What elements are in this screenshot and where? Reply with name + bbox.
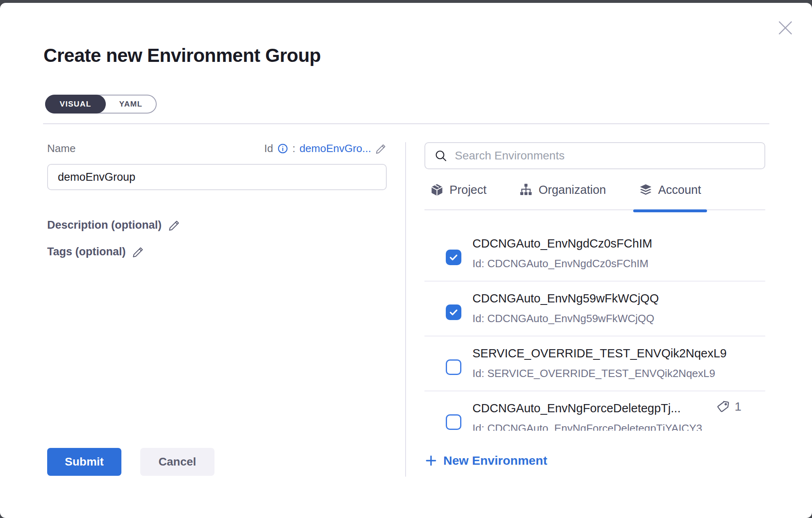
tab-account[interactable]: Account (633, 181, 707, 199)
env-id: Id: CDCNGAuto_EnvNg59wFkWCjQQ (472, 312, 765, 325)
cube-icon (430, 183, 444, 197)
description-label: Description (optional) (47, 219, 162, 232)
dialog-content: Name Id : demoEnvGro... (0, 124, 812, 518)
name-id-row: Name Id : demoEnvGro... (47, 142, 387, 155)
env-text: CDCNGAuto_EnvNgdCz0sFChIM Id: CDCNGAuto_… (424, 227, 765, 270)
env-text: SERVICE_OVERRIDE_TEST_ENVQik2NqexL9 Id: … (424, 336, 765, 380)
edit-tags-icon[interactable] (132, 246, 144, 258)
submit-button[interactable]: Submit (47, 448, 121, 476)
toggle-yaml[interactable]: YAML (106, 95, 156, 113)
checkmark-icon (449, 252, 458, 262)
env-name: CDCNGAuto_EnvNg59wFkWCjQQ (472, 292, 765, 305)
env-checkbox[interactable] (446, 414, 461, 430)
tab-project[interactable]: Project (424, 181, 492, 199)
environment-row[interactable]: CDCNGAuto_EnvNgdCz0sFChIM Id: CDCNGAuto_… (424, 227, 765, 282)
checkmark-icon (449, 307, 458, 317)
name-label: Name (47, 142, 75, 155)
edit-id-icon[interactable] (375, 143, 387, 154)
new-environment-button[interactable]: New Environment (424, 454, 547, 468)
id-colon: : (292, 142, 295, 155)
env-name: CDCNGAuto_EnvNgdCz0sFChIM (472, 237, 765, 250)
tag-count: 1 (734, 400, 741, 413)
create-environment-group-dialog: Create new Environment Group VISUAL YAML… (0, 3, 812, 518)
search-icon (434, 149, 447, 162)
dialog-actions: Submit Cancel (47, 448, 405, 518)
scope-tabs: Project Organization (424, 181, 765, 210)
tag-count-badge: 1 (717, 400, 741, 413)
search-environments-input[interactable] (455, 149, 755, 162)
entity-id-row: Id : demoEnvGro... (264, 142, 387, 155)
org-chart-icon (519, 183, 533, 197)
plus-icon (424, 454, 438, 467)
cancel-button[interactable]: Cancel (140, 448, 214, 476)
info-icon[interactable] (277, 143, 288, 154)
environment-row[interactable]: CDCNGAuto_EnvNg59wFkWCjQQ Id: CDCNGAuto_… (424, 282, 765, 336)
tab-project-label: Project (449, 183, 486, 197)
tab-organization[interactable]: Organization (513, 181, 611, 199)
env-id: Id: CDCNGAuto_EnvNgForceDeletegpTjYAICY3 (472, 422, 765, 431)
close-icon (775, 18, 796, 38)
env-name: SERVICE_OVERRIDE_TEST_ENVQik2NqexL9 (472, 347, 765, 360)
toggle-visual[interactable]: VISUAL (45, 95, 106, 114)
env-checkbox[interactable] (446, 359, 461, 375)
environment-list: CDCNGAuto_EnvNgdCz0sFChIM Id: CDCNGAuto_… (424, 210, 765, 431)
close-button[interactable] (775, 18, 796, 38)
environments-panel: Project Organization (406, 124, 812, 518)
form-column: Name Id : demoEnvGro... (0, 124, 405, 518)
env-text: CDCNGAuto_EnvNgForceDeletegpTj... Id: CD… (424, 391, 765, 431)
tab-organization-label: Organization (538, 183, 606, 197)
env-id: Id: CDCNGAuto_EnvNgdCz0sFChIM (472, 257, 765, 270)
name-input[interactable] (47, 164, 387, 190)
environment-row[interactable]: CDCNGAuto_EnvNgForceDeletegpTj... Id: CD… (424, 391, 765, 431)
edit-description-icon[interactable] (168, 219, 180, 232)
env-id: Id: SERVICE_OVERRIDE_TEST_ENVQik2NqexL9 (472, 367, 765, 380)
env-checkbox[interactable] (446, 250, 461, 265)
env-checkbox[interactable] (446, 304, 461, 320)
new-environment-label: New Environment (443, 454, 547, 468)
search-box (424, 142, 765, 169)
env-text: CDCNGAuto_EnvNg59wFkWCjQQ Id: CDCNGAuto_… (424, 282, 765, 325)
description-section: Description (optional) (47, 219, 405, 232)
id-label: Id (264, 142, 273, 155)
page-title: Create new Environment Group (43, 44, 812, 67)
id-value-link[interactable]: demoEnvGro... (299, 142, 371, 155)
tags-label: Tags (optional) (47, 245, 125, 258)
tag-icon (717, 400, 731, 413)
visual-yaml-toggle: VISUAL YAML (45, 95, 157, 114)
environment-row[interactable]: SERVICE_OVERRIDE_TEST_ENVQik2NqexL9 Id: … (424, 336, 765, 391)
tab-account-label: Account (658, 183, 701, 197)
layers-icon (639, 183, 652, 197)
tags-section: Tags (optional) (47, 245, 405, 258)
